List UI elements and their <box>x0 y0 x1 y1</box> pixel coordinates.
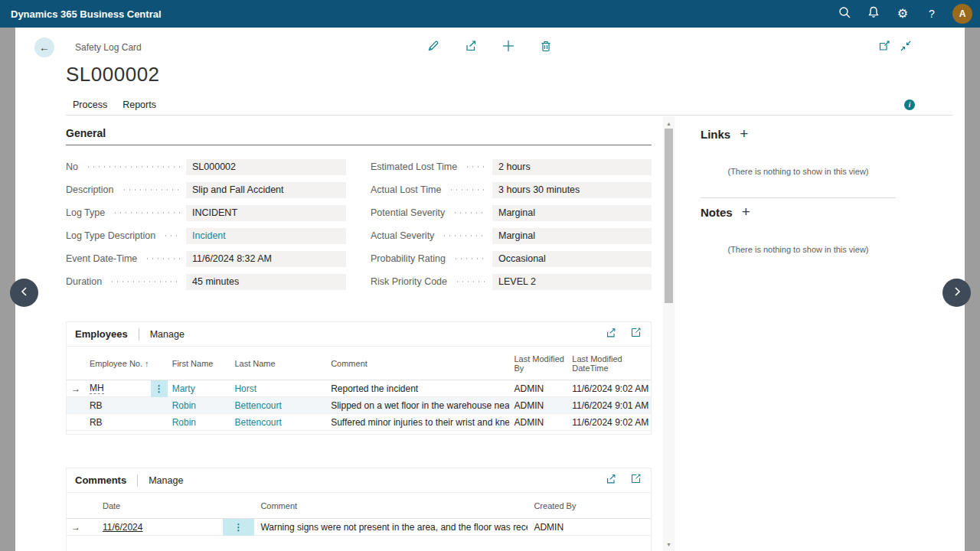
search-button[interactable] <box>830 0 859 28</box>
comments-openpart-button[interactable] <box>629 474 642 487</box>
plus-icon <box>501 39 515 56</box>
delete-button[interactable] <box>538 40 554 55</box>
first-name-cell[interactable]: Marty <box>168 383 230 394</box>
current-row-arrow-icon: → <box>67 383 85 394</box>
field-label: Estimated Lost Time <box>371 161 457 172</box>
comments-share-button[interactable] <box>605 474 617 487</box>
employee-no-cell[interactable]: RB <box>85 400 151 411</box>
dotted-leader <box>453 253 486 264</box>
first-name-cell[interactable]: Robin <box>168 417 230 428</box>
comment-text-cell[interactable]: Warning signs were not present in the ar… <box>254 522 528 533</box>
first-name-cell[interactable]: Robin <box>168 400 230 411</box>
open-in-new-window-button[interactable] <box>877 40 892 55</box>
settings-button[interactable]: ⚙ <box>888 0 917 28</box>
tab-process[interactable]: Process <box>73 99 107 110</box>
field-value-risk-priority-code[interactable]: LEVEL 2 <box>492 274 652 290</box>
employee-row-selected[interactable]: → MH ⋮ Marty Horst Reported the incident… <box>67 380 651 397</box>
comments-manage-menu[interactable]: Manage <box>149 475 183 486</box>
row-menu-button[interactable]: ⋮ <box>151 380 168 397</box>
pencil-icon <box>426 39 440 56</box>
app-title: Dynamics 365 Business Central <box>0 8 162 20</box>
page-caption: Safety Log Card <box>75 37 142 57</box>
scroll-up-arrow-icon[interactable]: ▲ <box>663 118 675 129</box>
column-comment[interactable]: Comment <box>254 501 528 510</box>
add-note-button[interactable]: + <box>742 205 750 219</box>
employees-manage-menu[interactable]: Manage <box>150 329 185 340</box>
column-employee-no[interactable]: Employee No. ↑ <box>85 359 151 368</box>
last-name-cell[interactable]: Bettencourt <box>230 417 326 428</box>
employee-no-cell[interactable]: RB <box>85 417 151 428</box>
column-last-modified-by[interactable]: Last Modified By <box>509 354 567 373</box>
window-controls <box>877 40 913 55</box>
field-value-probability-rating[interactable]: Occasional <box>492 251 652 267</box>
dotted-leader <box>113 207 180 218</box>
dotted-leader <box>449 184 486 195</box>
comment-date-link[interactable]: 11/6/2024 <box>103 522 143 533</box>
comment-cell[interactable]: Slipped on a wet floor in the warehouse … <box>326 400 509 411</box>
column-comment[interactable]: Comment <box>326 359 509 368</box>
last-name-cell[interactable]: Bettencourt <box>230 400 326 411</box>
field-value-log-type[interactable]: INCIDENT <box>186 205 346 221</box>
trash-icon <box>539 39 553 56</box>
last-name-cell[interactable]: Horst <box>230 383 326 394</box>
field-label: Description <box>66 184 114 195</box>
field-value-duration[interactable]: 45 minutes <box>186 274 346 290</box>
employee-no-link[interactable]: MH <box>90 383 104 394</box>
dotted-leader <box>145 253 180 264</box>
employee-row[interactable]: RB Robin Bettencourt Slipped on a wet fl… <box>67 397 651 414</box>
next-record-button[interactable] <box>942 279 971 307</box>
column-created-by[interactable]: Created By <box>528 501 651 510</box>
column-last-modified-datetime[interactable]: Last Modified DateTime <box>567 354 651 373</box>
employees-part-header: Employees Manage <box>67 322 651 347</box>
employee-row[interactable]: RB Robin Bettencourt Suffered minor inju… <box>67 414 651 431</box>
field-value-actual-lost-time[interactable]: 3 hours 30 minutes <box>492 182 652 198</box>
field-label: Probability Rating <box>371 253 446 264</box>
comment-cell[interactable]: Suffered minor injuries to their wrist a… <box>326 417 509 428</box>
previous-record-button[interactable] <box>10 279 38 307</box>
tab-reports[interactable]: Reports <box>122 99 156 110</box>
dotted-leader <box>86 161 180 172</box>
field-value-event-date-time[interactable]: 11/6/2024 8:32 AM <box>186 251 346 267</box>
edit-button[interactable] <box>426 40 441 55</box>
field-label: Actual Severity <box>371 230 434 241</box>
field-label: Duration <box>66 276 102 287</box>
current-row-arrow-icon: → <box>67 522 85 533</box>
employees-openpart-button[interactable] <box>629 328 642 341</box>
chevron-left-icon <box>18 285 31 302</box>
field-value-actual-severity[interactable]: Marginal <box>492 228 652 244</box>
scrollbar-thumb[interactable] <box>665 129 673 303</box>
field-value-no[interactable]: SL000002 <box>186 159 346 175</box>
comment-cell[interactable]: Reported the incident <box>326 383 509 394</box>
field-value-log-type-description-link[interactable]: Incident <box>186 228 346 244</box>
scroll-down-arrow-icon[interactable]: ▼ <box>663 539 675 549</box>
help-button[interactable]: ? <box>917 0 946 28</box>
vertical-scrollbar[interactable]: ▲ ▼ <box>663 116 675 551</box>
comment-row-selected[interactable]: → 11/6/2024 ⋮ Warning signs were not pre… <box>67 519 651 536</box>
dotted-leader <box>455 276 486 287</box>
row-menu-button[interactable]: ⋮ <box>223 519 255 536</box>
new-button[interactable] <box>501 40 516 55</box>
add-link-button[interactable]: + <box>740 127 748 141</box>
column-first-name[interactable]: First Name <box>168 359 230 368</box>
info-icon[interactable]: i <box>904 99 915 110</box>
general-section-heading: General <box>66 127 652 145</box>
share-button[interactable] <box>463 40 479 55</box>
user-avatar[interactable]: A <box>952 4 972 24</box>
share-icon <box>464 39 478 56</box>
column-date[interactable]: Date <box>85 501 223 510</box>
back-button[interactable]: ← <box>34 37 54 57</box>
field-estimated-lost-time: Estimated Lost Time 2 hours <box>371 158 652 175</box>
links-empty-message: (There is nothing to show in this view) <box>701 167 896 176</box>
open-part-icon <box>630 473 642 487</box>
topbar-actions: ⚙ ? A <box>830 0 980 28</box>
field-value-estimated-lost-time[interactable]: 2 hours <box>492 159 652 175</box>
collapse-button[interactable] <box>898 40 913 55</box>
employees-part-title[interactable]: Employees <box>67 328 128 340</box>
comments-part-title[interactable]: Comments <box>67 474 126 486</box>
notifications-button[interactable] <box>859 0 888 28</box>
field-value-potential-severity[interactable]: Marginal <box>492 205 652 221</box>
column-last-name[interactable]: Last Name <box>230 359 326 368</box>
field-value-description[interactable]: Slip and Fall Accident <box>186 182 346 198</box>
dotted-leader <box>442 230 486 241</box>
employees-share-button[interactable] <box>605 328 617 341</box>
